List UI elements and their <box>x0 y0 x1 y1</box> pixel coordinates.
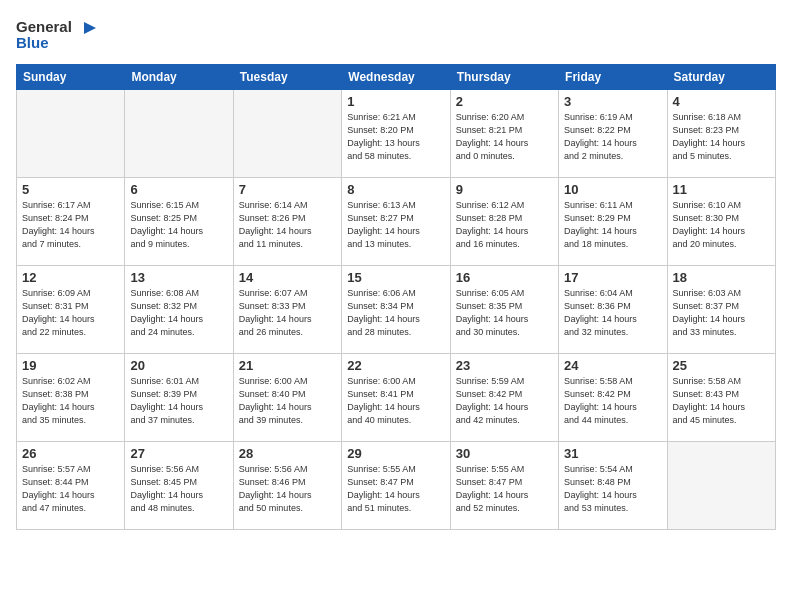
cell-info: Sunrise: 6:01 AM Sunset: 8:39 PM Dayligh… <box>130 375 227 427</box>
calendar-cell: 19Sunrise: 6:02 AM Sunset: 8:38 PM Dayli… <box>17 354 125 442</box>
calendar-cell: 2Sunrise: 6:20 AM Sunset: 8:21 PM Daylig… <box>450 90 558 178</box>
calendar-cell: 18Sunrise: 6:03 AM Sunset: 8:37 PM Dayli… <box>667 266 775 354</box>
day-number: 6 <box>130 182 227 197</box>
calendar-cell: 21Sunrise: 6:00 AM Sunset: 8:40 PM Dayli… <box>233 354 341 442</box>
cell-info: Sunrise: 5:56 AM Sunset: 8:45 PM Dayligh… <box>130 463 227 515</box>
day-number: 1 <box>347 94 444 109</box>
calendar-cell <box>233 90 341 178</box>
day-number: 21 <box>239 358 336 373</box>
cell-info: Sunrise: 6:20 AM Sunset: 8:21 PM Dayligh… <box>456 111 553 163</box>
calendar-cell <box>125 90 233 178</box>
cell-info: Sunrise: 6:19 AM Sunset: 8:22 PM Dayligh… <box>564 111 661 163</box>
cell-info: Sunrise: 5:57 AM Sunset: 8:44 PM Dayligh… <box>22 463 119 515</box>
cell-info: Sunrise: 6:04 AM Sunset: 8:36 PM Dayligh… <box>564 287 661 339</box>
calendar-cell: 29Sunrise: 5:55 AM Sunset: 8:47 PM Dayli… <box>342 442 450 530</box>
day-number: 14 <box>239 270 336 285</box>
cell-info: Sunrise: 6:21 AM Sunset: 8:20 PM Dayligh… <box>347 111 444 163</box>
cell-info: Sunrise: 6:07 AM Sunset: 8:33 PM Dayligh… <box>239 287 336 339</box>
day-number: 20 <box>130 358 227 373</box>
calendar-header-monday: Monday <box>125 65 233 90</box>
calendar-header-saturday: Saturday <box>667 65 775 90</box>
day-number: 18 <box>673 270 770 285</box>
cell-info: Sunrise: 6:03 AM Sunset: 8:37 PM Dayligh… <box>673 287 770 339</box>
calendar-table: SundayMondayTuesdayWednesdayThursdayFrid… <box>16 64 776 530</box>
calendar-cell: 22Sunrise: 6:00 AM Sunset: 8:41 PM Dayli… <box>342 354 450 442</box>
calendar-header-row: SundayMondayTuesdayWednesdayThursdayFrid… <box>17 65 776 90</box>
day-number: 3 <box>564 94 661 109</box>
cell-info: Sunrise: 6:12 AM Sunset: 8:28 PM Dayligh… <box>456 199 553 251</box>
day-number: 16 <box>456 270 553 285</box>
cell-info: Sunrise: 6:18 AM Sunset: 8:23 PM Dayligh… <box>673 111 770 163</box>
day-number: 17 <box>564 270 661 285</box>
cell-info: Sunrise: 6:11 AM Sunset: 8:29 PM Dayligh… <box>564 199 661 251</box>
calendar-cell: 8Sunrise: 6:13 AM Sunset: 8:27 PM Daylig… <box>342 178 450 266</box>
day-number: 26 <box>22 446 119 461</box>
svg-marker-2 <box>84 22 96 34</box>
calendar-cell: 20Sunrise: 6:01 AM Sunset: 8:39 PM Dayli… <box>125 354 233 442</box>
day-number: 30 <box>456 446 553 461</box>
calendar-week-1: 5Sunrise: 6:17 AM Sunset: 8:24 PM Daylig… <box>17 178 776 266</box>
cell-info: Sunrise: 5:54 AM Sunset: 8:48 PM Dayligh… <box>564 463 661 515</box>
day-number: 19 <box>22 358 119 373</box>
day-number: 8 <box>347 182 444 197</box>
cell-info: Sunrise: 6:10 AM Sunset: 8:30 PM Dayligh… <box>673 199 770 251</box>
calendar-header-friday: Friday <box>559 65 667 90</box>
calendar-week-0: 1Sunrise: 6:21 AM Sunset: 8:20 PM Daylig… <box>17 90 776 178</box>
cell-info: Sunrise: 6:05 AM Sunset: 8:35 PM Dayligh… <box>456 287 553 339</box>
cell-info: Sunrise: 5:58 AM Sunset: 8:43 PM Dayligh… <box>673 375 770 427</box>
calendar-cell: 11Sunrise: 6:10 AM Sunset: 8:30 PM Dayli… <box>667 178 775 266</box>
day-number: 13 <box>130 270 227 285</box>
calendar-cell: 27Sunrise: 5:56 AM Sunset: 8:45 PM Dayli… <box>125 442 233 530</box>
cell-info: Sunrise: 5:56 AM Sunset: 8:46 PM Dayligh… <box>239 463 336 515</box>
cell-info: Sunrise: 6:15 AM Sunset: 8:25 PM Dayligh… <box>130 199 227 251</box>
calendar-cell: 6Sunrise: 6:15 AM Sunset: 8:25 PM Daylig… <box>125 178 233 266</box>
cell-info: Sunrise: 6:02 AM Sunset: 8:38 PM Dayligh… <box>22 375 119 427</box>
cell-info: Sunrise: 6:00 AM Sunset: 8:40 PM Dayligh… <box>239 375 336 427</box>
calendar-cell: 17Sunrise: 6:04 AM Sunset: 8:36 PM Dayli… <box>559 266 667 354</box>
calendar-header-wednesday: Wednesday <box>342 65 450 90</box>
calendar-cell: 24Sunrise: 5:58 AM Sunset: 8:42 PM Dayli… <box>559 354 667 442</box>
cell-info: Sunrise: 6:17 AM Sunset: 8:24 PM Dayligh… <box>22 199 119 251</box>
calendar-cell: 1Sunrise: 6:21 AM Sunset: 8:20 PM Daylig… <box>342 90 450 178</box>
day-number: 22 <box>347 358 444 373</box>
day-number: 27 <box>130 446 227 461</box>
calendar-cell: 4Sunrise: 6:18 AM Sunset: 8:23 PM Daylig… <box>667 90 775 178</box>
calendar-cell: 3Sunrise: 6:19 AM Sunset: 8:22 PM Daylig… <box>559 90 667 178</box>
cell-info: Sunrise: 5:55 AM Sunset: 8:47 PM Dayligh… <box>456 463 553 515</box>
cell-info: Sunrise: 6:14 AM Sunset: 8:26 PM Dayligh… <box>239 199 336 251</box>
cell-info: Sunrise: 6:13 AM Sunset: 8:27 PM Dayligh… <box>347 199 444 251</box>
header: GeneralBlue <box>16 16 776 52</box>
day-number: 23 <box>456 358 553 373</box>
calendar-cell <box>667 442 775 530</box>
cell-info: Sunrise: 5:58 AM Sunset: 8:42 PM Dayligh… <box>564 375 661 427</box>
calendar-week-2: 12Sunrise: 6:09 AM Sunset: 8:31 PM Dayli… <box>17 266 776 354</box>
day-number: 7 <box>239 182 336 197</box>
logo-svg: GeneralBlue <box>16 16 96 52</box>
cell-info: Sunrise: 6:08 AM Sunset: 8:32 PM Dayligh… <box>130 287 227 339</box>
calendar-cell: 31Sunrise: 5:54 AM Sunset: 8:48 PM Dayli… <box>559 442 667 530</box>
calendar-cell: 25Sunrise: 5:58 AM Sunset: 8:43 PM Dayli… <box>667 354 775 442</box>
day-number: 15 <box>347 270 444 285</box>
logo: GeneralBlue <box>16 16 96 52</box>
cell-info: Sunrise: 5:55 AM Sunset: 8:47 PM Dayligh… <box>347 463 444 515</box>
svg-text:Blue: Blue <box>16 34 49 51</box>
calendar-cell: 5Sunrise: 6:17 AM Sunset: 8:24 PM Daylig… <box>17 178 125 266</box>
day-number: 10 <box>564 182 661 197</box>
calendar-cell: 15Sunrise: 6:06 AM Sunset: 8:34 PM Dayli… <box>342 266 450 354</box>
cell-info: Sunrise: 5:59 AM Sunset: 8:42 PM Dayligh… <box>456 375 553 427</box>
day-number: 11 <box>673 182 770 197</box>
calendar-cell: 16Sunrise: 6:05 AM Sunset: 8:35 PM Dayli… <box>450 266 558 354</box>
day-number: 4 <box>673 94 770 109</box>
day-number: 2 <box>456 94 553 109</box>
cell-info: Sunrise: 6:00 AM Sunset: 8:41 PM Dayligh… <box>347 375 444 427</box>
calendar-header-tuesday: Tuesday <box>233 65 341 90</box>
calendar-cell: 10Sunrise: 6:11 AM Sunset: 8:29 PM Dayli… <box>559 178 667 266</box>
calendar-cell: 30Sunrise: 5:55 AM Sunset: 8:47 PM Dayli… <box>450 442 558 530</box>
calendar-cell: 7Sunrise: 6:14 AM Sunset: 8:26 PM Daylig… <box>233 178 341 266</box>
day-number: 25 <box>673 358 770 373</box>
day-number: 5 <box>22 182 119 197</box>
calendar-cell: 12Sunrise: 6:09 AM Sunset: 8:31 PM Dayli… <box>17 266 125 354</box>
calendar-cell <box>17 90 125 178</box>
calendar-header-sunday: Sunday <box>17 65 125 90</box>
calendar-week-4: 26Sunrise: 5:57 AM Sunset: 8:44 PM Dayli… <box>17 442 776 530</box>
